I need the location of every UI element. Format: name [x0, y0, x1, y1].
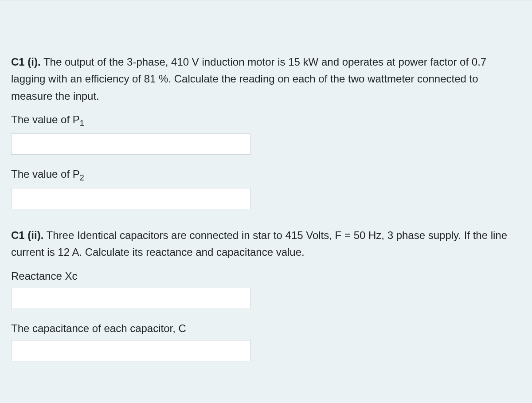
input-p1[interactable] [11, 133, 250, 155]
label-p1-sub: 1 [80, 119, 84, 128]
label-xc: Reactance Xc [11, 270, 521, 282]
field-group-p1: The value of P1 [11, 113, 521, 155]
question-c1-ii-text: C1 (ii). Three Identical capacitors are … [11, 227, 521, 261]
input-c[interactable] [11, 340, 250, 361]
label-p2: The value of P2 [11, 168, 521, 183]
field-group-p2: The value of P2 [11, 168, 521, 209]
question-c1-i-text: C1 (i). The output of the 3-phase, 410 V… [11, 54, 521, 105]
question-c1-ii-body: Three Identical capacitors are connected… [11, 229, 507, 258]
question-c1-ii: C1 (ii). Three Identical capacitors are … [11, 227, 521, 361]
label-p2-sub: 2 [80, 173, 84, 182]
label-c: The capacitance of each capacitor, C [11, 322, 521, 335]
input-xc[interactable] [11, 288, 250, 309]
label-p1-prefix: The value of P [11, 113, 80, 125]
field-group-c: The capacitance of each capacitor, C [11, 322, 521, 361]
input-p2[interactable] [11, 188, 250, 209]
label-p1: The value of P1 [11, 113, 521, 128]
field-group-xc: Reactance Xc [11, 270, 521, 309]
question-c1-ii-label: C1 (ii). [11, 229, 43, 241]
question-c1-i-body: The output of the 3-phase, 410 V inducti… [11, 56, 486, 102]
label-p2-prefix: The value of P [11, 168, 80, 180]
question-content: C1 (i). The output of the 3-phase, 410 V… [0, 0, 532, 392]
question-c1-i: C1 (i). The output of the 3-phase, 410 V… [11, 54, 521, 209]
question-c1-i-label: C1 (i). [11, 56, 41, 68]
